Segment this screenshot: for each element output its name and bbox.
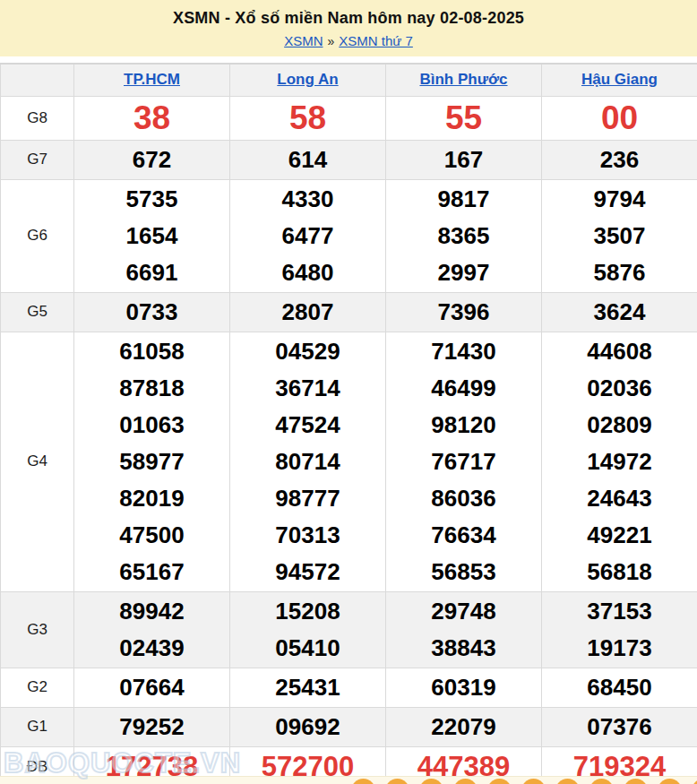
result-cell: 8994202439 [74, 591, 230, 668]
breadcrumb: XSMN»XSMN thứ 7 [0, 33, 697, 48]
result-number: 49221 [542, 517, 697, 554]
result-number: 36714 [230, 370, 385, 407]
result-number: 65167 [74, 554, 229, 590]
lottery-ball-icon [555, 779, 580, 784]
column-header-3: Hậu Giang [542, 64, 697, 96]
province-link[interactable]: Long An [277, 71, 338, 88]
result-cell: 04529367144752480714987777031394572 [230, 332, 386, 591]
result-cell: 167 [386, 140, 542, 179]
result-cell: 00 [542, 96, 697, 140]
result-number: 60319 [386, 669, 541, 706]
lottery-ball-icon [589, 779, 614, 784]
result-number: 98777 [230, 480, 385, 517]
result-cell: 38 [74, 96, 230, 140]
prize-row-g2: G207664254316031968450 [1, 668, 697, 707]
result-number: 70313 [230, 517, 385, 554]
result-number: 09692 [230, 709, 385, 745]
result-cell: 58 [230, 96, 386, 140]
result-cell: 61058878180106358977820194750065167 [74, 332, 230, 591]
result-number: 05410 [230, 630, 385, 667]
result-number: 236 [542, 142, 697, 178]
result-number: 2997 [386, 254, 541, 291]
result-number: 00 [542, 99, 697, 138]
result-number: 58977 [74, 444, 229, 480]
result-cell: 3715319173 [542, 591, 697, 668]
result-cell: 09692 [230, 707, 386, 746]
prize-row-g7: G7672614167236 [1, 140, 697, 179]
result-number: 37153 [542, 593, 697, 630]
result-cell: 68450 [542, 668, 697, 707]
lottery-ball-icon [487, 779, 512, 784]
prize-label: G5 [1, 292, 74, 332]
column-header-1: Long An [230, 64, 386, 96]
result-cell: 672 [74, 140, 230, 179]
results-body: G838585500G7672614167236G657351654669143… [1, 96, 697, 784]
result-number: 79252 [74, 709, 229, 745]
result-number: 6691 [74, 254, 229, 291]
result-number: 80714 [230, 444, 385, 480]
column-header-2: Bình Phước [386, 64, 542, 96]
result-number: 9794 [542, 181, 697, 218]
result-number: 44608 [542, 333, 697, 370]
result-number: 71430 [386, 333, 541, 370]
result-cell: 07376 [542, 707, 697, 746]
result-number: 614 [230, 142, 385, 178]
province-link[interactable]: Bình Phước [419, 71, 507, 88]
lottery-ball-icon [658, 779, 682, 784]
lottery-ball-icon [692, 779, 697, 784]
prize-row-g3: G389942024391520805410297483884337153191… [1, 591, 697, 668]
result-cell: 2807 [230, 292, 386, 332]
result-number: 8365 [386, 218, 541, 254]
result-number: 0733 [74, 294, 229, 331]
result-number: 76717 [386, 444, 541, 480]
result-number: 01063 [74, 407, 229, 444]
result-number: 56853 [386, 554, 541, 590]
result-number: 19173 [542, 630, 697, 667]
result-number: 58 [230, 99, 385, 138]
result-number: 4330 [230, 181, 385, 218]
result-number: 25431 [230, 669, 385, 706]
page-title: XSMN - Xổ số miền Nam hôm nay 02-08-2025 [0, 9, 697, 28]
lottery-ball-icon [419, 779, 443, 784]
result-number: 29748 [386, 593, 541, 630]
province-link[interactable]: TP.HCM [124, 71, 180, 88]
result-number: 15208 [230, 593, 385, 630]
prize-label: G3 [1, 591, 74, 668]
lottery-ball-icon [521, 779, 546, 784]
result-cell: 0733 [74, 292, 230, 332]
result-cell: 1520805410 [230, 591, 386, 668]
result-number: 02809 [542, 407, 697, 444]
result-cell: 236 [542, 140, 697, 179]
prize-label: G7 [1, 140, 74, 179]
breadcrumb-link-xsmn-thu7[interactable]: XSMN thứ 7 [339, 33, 413, 48]
breadcrumb-link-xsmn[interactable]: XSMN [284, 33, 323, 48]
corner-cell [1, 64, 74, 96]
prize-label: G1 [1, 707, 74, 746]
lottery-ball-icon [351, 779, 375, 784]
lottery-ball-icon [385, 779, 409, 784]
result-number: 56818 [542, 554, 697, 590]
prize-row-g4: G461058878180106358977820194750065167045… [1, 332, 697, 591]
lottery-ball-icon [453, 779, 478, 784]
result-number: 167 [386, 142, 541, 178]
result-cell: 60319 [386, 668, 542, 707]
result-number: 6477 [230, 218, 385, 254]
column-header-row: TP.HCMLong AnBình PhướcHậu Giang [1, 64, 697, 96]
result-number: 2807 [230, 294, 385, 331]
result-number: 04529 [230, 333, 385, 370]
result-number: 5735 [74, 181, 229, 218]
prize-label: G4 [1, 332, 74, 591]
result-number: 68450 [542, 669, 697, 706]
result-number: 14972 [542, 444, 697, 480]
result-number: 47500 [74, 517, 229, 554]
result-number: 87818 [74, 370, 229, 407]
province-link[interactable]: Hậu Giang [581, 71, 658, 88]
result-number: 02036 [542, 370, 697, 407]
result-number: 02439 [74, 630, 229, 667]
result-number: 22079 [386, 709, 541, 745]
prize-label: G2 [1, 668, 74, 707]
prize-row-g1: G179252096922207907376 [1, 707, 697, 746]
result-cell: 7396 [386, 292, 542, 332]
prize-label: G8 [1, 96, 74, 140]
result-number: 76634 [386, 517, 541, 554]
